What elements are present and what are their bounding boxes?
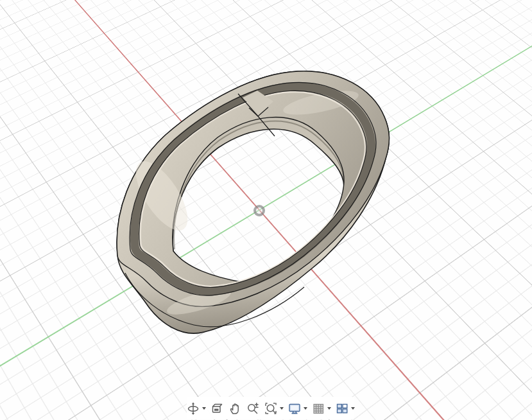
canvas-3d-viewport[interactable]: [0, 0, 532, 420]
fit-icon: [264, 401, 278, 416]
orbit-dropdown-caret[interactable]: [202, 407, 206, 410]
zoom-button[interactable]: [245, 401, 261, 416]
viewports-button[interactable]: [334, 401, 356, 416]
viewports-icon: [335, 401, 349, 416]
display-settings-dropdown-caret[interactable]: [304, 407, 307, 410]
display-settings-icon: [287, 401, 302, 416]
grid-and-snaps-button[interactable]: [310, 401, 332, 416]
ring-model[interactable]: [0, 0, 532, 420]
display-settings-button[interactable]: [286, 401, 309, 416]
orbit-button[interactable]: [185, 401, 207, 416]
fit-dropdown-caret[interactable]: [280, 407, 284, 410]
zoom-icon: [246, 401, 260, 416]
orbit-icon: [186, 401, 200, 416]
look-at-button[interactable]: [209, 401, 225, 416]
pan-hand-icon: [228, 401, 242, 416]
pan-button[interactable]: [227, 401, 243, 416]
grid-dropdown-caret[interactable]: [327, 407, 331, 410]
fit-button[interactable]: [262, 401, 285, 416]
look-at-icon: [210, 401, 224, 416]
navigation-toolbar: [187, 397, 354, 419]
origin-marker: [253, 205, 265, 216]
viewports-dropdown-caret[interactable]: [351, 407, 355, 410]
grid-icon: [311, 401, 325, 416]
